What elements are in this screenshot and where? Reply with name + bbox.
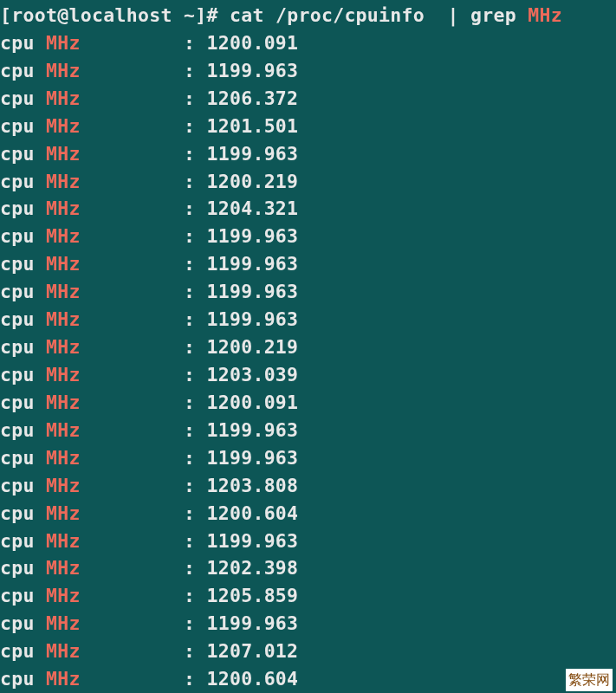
mhz-label: MHz	[46, 308, 81, 330]
output-row: cpu MHz : 1199.963	[0, 57, 616, 85]
field-label: cpu	[0, 198, 46, 219]
mhz-label: MHz	[46, 475, 81, 496]
mhz-label: MHz	[46, 281, 81, 302]
separator: :	[81, 198, 207, 219]
separator: :	[81, 502, 207, 524]
mhz-label: MHz	[46, 87, 81, 109]
prompt-user: root	[11, 4, 57, 26]
field-label: cpu	[0, 143, 46, 165]
mhz-label: MHz	[46, 557, 81, 579]
mhz-label: MHz	[46, 32, 81, 54]
prompt-close-bracket: ]	[195, 4, 206, 26]
output-row: cpu MHz : 1199.963	[0, 250, 616, 278]
output-row: cpu MHz : 1199.963	[0, 278, 616, 306]
separator: :	[81, 557, 207, 579]
prompt-host: localhost	[68, 4, 172, 26]
separator: :	[81, 87, 207, 109]
prompt-at: @	[57, 4, 68, 26]
frequency-value: 1199.963	[206, 530, 298, 552]
frequency-value: 1205.859	[206, 585, 298, 606]
field-label: cpu	[0, 475, 46, 496]
separator: :	[81, 60, 207, 81]
mhz-label: MHz	[46, 419, 81, 441]
frequency-value: 1199.963	[206, 308, 298, 330]
frequency-value: 1199.963	[206, 281, 298, 302]
frequency-value: 1202.398	[206, 557, 298, 579]
field-label: cpu	[0, 225, 46, 247]
field-label: cpu	[0, 115, 46, 137]
output-row: cpu MHz : 1204.321	[0, 195, 616, 223]
mhz-label: MHz	[46, 502, 81, 524]
output-row: cpu MHz : 1200.091	[0, 29, 616, 57]
output-rows: cpu MHz : 1200.091cpu MHz : 1199.963cpu …	[0, 29, 616, 693]
mhz-label: MHz	[46, 668, 81, 690]
frequency-value: 1200.604	[206, 502, 298, 524]
field-label: cpu	[0, 87, 46, 109]
separator: :	[81, 585, 207, 606]
mhz-label: MHz	[46, 530, 81, 552]
field-label: cpu	[0, 392, 46, 413]
mhz-label: MHz	[46, 585, 81, 606]
frequency-value: 1207.012	[206, 640, 298, 662]
mhz-label: MHz	[46, 171, 81, 192]
separator: :	[81, 281, 207, 302]
prompt-hash: #	[206, 4, 230, 26]
field-label: cpu	[0, 253, 46, 275]
mhz-label: MHz	[46, 143, 81, 165]
frequency-value: 1200.604	[206, 668, 298, 690]
separator: :	[81, 171, 207, 192]
field-label: cpu	[0, 668, 46, 690]
output-row: cpu MHz : 1199.963	[0, 417, 616, 444]
field-label: cpu	[0, 419, 46, 441]
mhz-label: MHz	[46, 198, 81, 219]
output-row: cpu MHz : 1203.039	[0, 361, 616, 389]
field-label: cpu	[0, 557, 46, 579]
field-label: cpu	[0, 364, 46, 385]
field-label: cpu	[0, 502, 46, 524]
output-row: cpu MHz : 1205.859	[0, 582, 616, 610]
terminal-output[interactable]: [root@localhost ~]# cat /proc/cpuinfo | …	[0, 2, 616, 693]
output-row: cpu MHz : 1200.091	[0, 389, 616, 417]
mhz-label: MHz	[46, 115, 81, 137]
frequency-value: 1204.321	[206, 198, 298, 219]
frequency-value: 1203.808	[206, 475, 298, 496]
command-highlight: MHz	[528, 4, 562, 26]
output-row: cpu MHz : 1200.604	[0, 500, 616, 528]
frequency-value: 1203.039	[206, 364, 298, 385]
field-label: cpu	[0, 32, 46, 54]
separator: :	[81, 336, 207, 358]
separator: :	[81, 308, 207, 330]
separator: :	[81, 668, 207, 690]
field-label: cpu	[0, 171, 46, 192]
output-row: cpu MHz : 1199.963	[0, 610, 616, 638]
frequency-value: 1199.963	[206, 612, 298, 634]
separator: :	[81, 419, 207, 441]
field-label: cpu	[0, 585, 46, 606]
separator: :	[81, 530, 207, 552]
field-label: cpu	[0, 612, 46, 634]
output-row: cpu MHz : 1200.219	[0, 334, 616, 361]
frequency-value: 1199.963	[206, 225, 298, 247]
mhz-label: MHz	[46, 364, 81, 385]
output-row: cpu MHz : 1200.219	[0, 168, 616, 196]
field-label: cpu	[0, 447, 46, 469]
separator: :	[81, 32, 207, 54]
watermark: 繁荣网	[566, 669, 613, 691]
output-row: cpu MHz : 1206.372	[0, 85, 616, 113]
separator: :	[81, 143, 207, 165]
field-label: cpu	[0, 60, 46, 81]
separator: :	[81, 612, 207, 634]
output-row: cpu MHz : 1203.808	[0, 472, 616, 500]
frequency-value: 1200.219	[206, 336, 298, 358]
mhz-label: MHz	[46, 60, 81, 81]
output-row: cpu MHz : 1199.963	[0, 223, 616, 250]
frequency-value: 1199.963	[206, 143, 298, 165]
frequency-value: 1200.091	[206, 392, 298, 413]
field-label: cpu	[0, 336, 46, 358]
mhz-label: MHz	[46, 612, 81, 634]
output-row: cpu MHz : 1199.963	[0, 140, 616, 168]
output-row: cpu MHz : 1199.963	[0, 528, 616, 555]
separator: :	[81, 364, 207, 385]
frequency-value: 1200.091	[206, 32, 298, 54]
mhz-label: MHz	[46, 447, 81, 469]
